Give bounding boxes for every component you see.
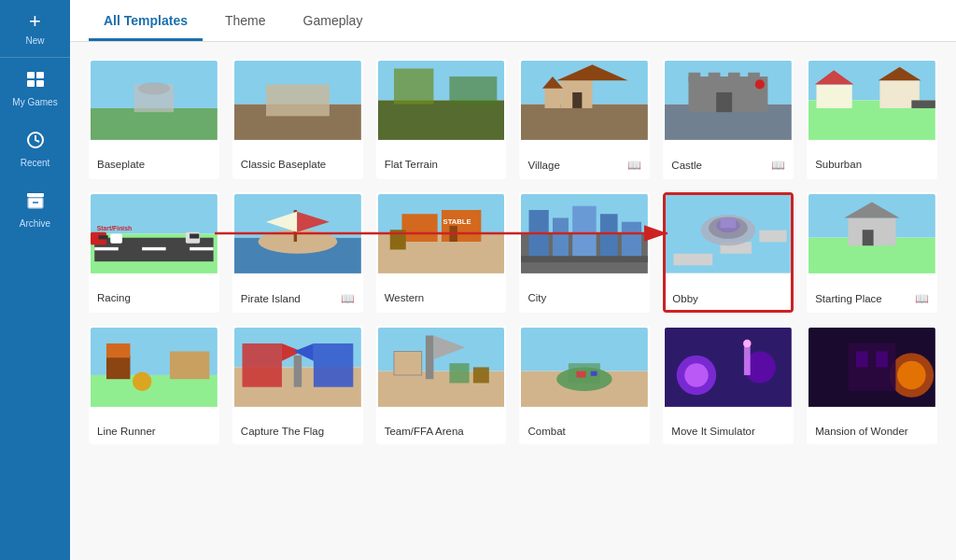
svg-rect-5: [27, 193, 44, 197]
template-card-village[interactable]: Village📖: [519, 59, 650, 179]
template-card-castle[interactable]: Castle📖: [663, 59, 794, 179]
svg-rect-19: [449, 77, 497, 105]
sidebar-item-recent[interactable]: Recent: [0, 119, 70, 179]
svg-rect-91: [106, 356, 130, 379]
svg-text:STABLE: STABLE: [443, 217, 471, 226]
svg-rect-30: [689, 73, 701, 82]
template-name-pirate-island: Pirate Island: [241, 293, 301, 304]
template-label-line-runner: Line Runner: [91, 421, 218, 442]
svg-rect-51: [98, 235, 107, 239]
tab-gameplay[interactable]: Gameplay: [288, 3, 378, 41]
template-card-racing[interactable]: Start/Finish Racing: [89, 192, 219, 313]
sidebar-item-archive[interactable]: Archive: [0, 179, 70, 240]
svg-rect-67: [389, 230, 405, 249]
svg-rect-54: [190, 233, 199, 238]
svg-rect-72: [573, 206, 597, 261]
template-label-flat-terrain: Flat Terrain: [378, 154, 505, 175]
template-name-western: Western: [385, 292, 425, 303]
template-label-castle: Castle📖: [665, 154, 792, 177]
svg-rect-88: [863, 230, 874, 245]
template-card-pirate-island[interactable]: Pirate Island📖: [232, 192, 363, 313]
svg-rect-42: [912, 100, 935, 107]
sidebar-item-mygames[interactable]: My Games: [0, 58, 70, 119]
svg-rect-90: [91, 375, 218, 407]
template-thumb-move-it-simulator: [665, 328, 792, 421]
svg-rect-32: [728, 73, 740, 82]
svg-rect-79: [760, 231, 787, 243]
template-name-suburban: Suburban: [815, 159, 862, 170]
svg-rect-38: [817, 84, 852, 107]
template-name-classic-baseplate: Classic Baseplate: [241, 159, 326, 170]
tab-all-templates[interactable]: All Templates: [89, 3, 203, 41]
template-label-classic-baseplate: Classic Baseplate: [234, 154, 361, 175]
template-card-western[interactable]: STABLE Western: [376, 192, 507, 313]
template-card-capture-the-flag[interactable]: Capture The Flag: [232, 326, 363, 444]
svg-rect-99: [314, 343, 353, 387]
tab-bar: All Templates Theme Gameplay: [70, 0, 956, 42]
template-label-racing: Racing: [91, 287, 218, 309]
template-label-city: City: [521, 287, 648, 309]
svg-rect-94: [170, 351, 209, 379]
svg-rect-47: [142, 247, 165, 250]
template-name-mansion-of-wonder: Mansion of Wonder: [815, 426, 908, 437]
svg-rect-126: [876, 351, 888, 367]
template-thumb-classic-baseplate: [234, 61, 361, 154]
sidebar-item-new[interactable]: + New: [0, 0, 70, 58]
svg-rect-46: [94, 247, 118, 250]
svg-rect-101: [293, 356, 301, 387]
svg-rect-17: [378, 100, 505, 139]
template-thumb-flat-terrain: [378, 61, 505, 154]
archive-icon: [25, 190, 46, 215]
svg-rect-18: [394, 68, 433, 104]
plus-icon: +: [29, 11, 41, 32]
template-thumb-starting-place: [808, 194, 935, 287]
template-card-starting-place[interactable]: Starting Place📖: [807, 192, 937, 313]
template-label-obby: Obby: [666, 288, 791, 310]
template-card-baseplate[interactable]: Baseplate: [89, 59, 219, 179]
template-card-obby[interactable]: Obby: [663, 192, 794, 313]
svg-rect-71: [553, 217, 569, 261]
template-name-flat-terrain: Flat Terrain: [385, 159, 438, 170]
template-book-icon-pirate-island: 📖: [341, 292, 355, 305]
svg-rect-119: [744, 343, 751, 375]
template-label-move-it-simulator: Move It Simulator: [665, 421, 792, 442]
template-label-village: Village📖: [521, 154, 648, 177]
svg-rect-63: [401, 214, 437, 242]
template-thumb-castle: [665, 61, 792, 154]
template-name-baseplate: Baseplate: [97, 159, 145, 170]
svg-point-35: [755, 79, 765, 89]
template-card-move-it-simulator[interactable]: Move It Simulator: [663, 326, 794, 444]
template-thumb-village: [521, 61, 648, 154]
template-label-capture-the-flag: Capture The Flag: [234, 421, 361, 442]
tab-theme[interactable]: Theme: [210, 3, 281, 41]
template-card-combat[interactable]: Combat: [519, 326, 650, 444]
svg-rect-74: [622, 222, 641, 261]
template-card-mansion-of-wonder[interactable]: Mansion of Wonder: [807, 326, 937, 444]
svg-rect-31: [709, 73, 721, 82]
svg-rect-73: [600, 214, 618, 261]
template-card-line-runner[interactable]: Line Runner: [89, 326, 219, 444]
template-thumb-mansion-of-wonder: [808, 328, 935, 421]
svg-rect-92: [106, 343, 130, 357]
svg-rect-48: [190, 247, 213, 250]
template-card-suburban[interactable]: Suburban: [807, 59, 937, 179]
svg-text:Start/Finish: Start/Finish: [97, 225, 132, 231]
svg-rect-114: [591, 371, 598, 376]
template-thumb-racing: Start/Finish: [91, 194, 218, 287]
sidebar-recent-label: Recent: [21, 158, 50, 168]
svg-point-120: [743, 340, 751, 347]
template-name-capture-the-flag: Capture The Flag: [241, 426, 324, 437]
template-book-icon-village: 📖: [627, 159, 641, 172]
svg-point-93: [133, 372, 151, 391]
svg-rect-97: [242, 343, 281, 387]
template-card-city[interactable]: City: [519, 192, 650, 313]
template-name-starting-place: Starting Place: [815, 293, 882, 304]
svg-rect-104: [426, 335, 433, 379]
svg-rect-21: [521, 105, 648, 140]
svg-rect-124: [849, 343, 896, 391]
template-thumb-pirate-island: [234, 194, 361, 287]
template-card-flat-terrain[interactable]: Flat Terrain: [376, 59, 507, 179]
template-card-team-ffa-arena[interactable]: Team/FFA Arena: [376, 326, 507, 444]
svg-rect-24: [573, 92, 583, 108]
template-card-classic-baseplate[interactable]: Classic Baseplate: [232, 59, 363, 179]
